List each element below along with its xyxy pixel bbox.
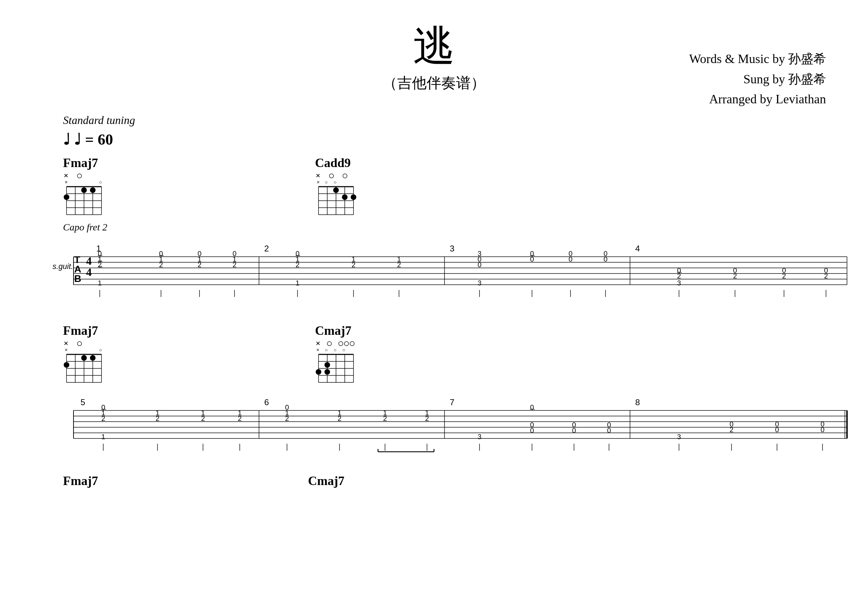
- svg-text:3: 3: [677, 279, 681, 287]
- note-symbol: ♩: [63, 130, 70, 149]
- svg-point-138: [325, 369, 330, 375]
- svg-text:2: 2: [197, 261, 201, 269]
- svg-text:2: 2: [233, 261, 236, 269]
- svg-text:4: 4: [635, 244, 640, 253]
- chord-fmaj7-2-svg: × ○: [63, 347, 105, 386]
- svg-text:2: 2: [285, 415, 289, 422]
- svg-text:○: ○: [325, 347, 328, 353]
- svg-point-13: [81, 187, 87, 193]
- chord-row3-label2: Cmaj7: [308, 473, 344, 488]
- svg-text:○: ○: [99, 347, 102, 353]
- svg-point-136: [325, 362, 330, 368]
- svg-text:2: 2: [238, 415, 242, 422]
- svg-text:3: 3: [478, 279, 481, 287]
- svg-text:3: 3: [478, 433, 481, 441]
- row1-container: Fmaj7 × ○ × ○: [28, 155, 840, 306]
- svg-text:2: 2: [425, 415, 429, 422]
- tab-staff-row1: s.guit. T A B 4 4 1 2 3 4: [49, 236, 854, 306]
- svg-text:1: 1: [98, 279, 101, 287]
- chord-fmaj7-1-symbols: × ○: [64, 171, 105, 180]
- svg-text:×: ×: [316, 347, 319, 353]
- chord-fmaj7-1-name: Fmaj7: [63, 155, 105, 170]
- svg-text:0: 0: [530, 404, 534, 411]
- svg-text:2: 2: [264, 244, 269, 253]
- svg-text:○: ○: [334, 180, 336, 185]
- chord-cadd9-symbols: × ○ ○: [316, 171, 357, 180]
- svg-point-121: [90, 355, 96, 361]
- credits-line1: Words & Music by 孙盛希: [689, 49, 826, 69]
- capo-text: Capo fret 2: [63, 222, 840, 233]
- svg-text:2: 2: [397, 261, 401, 269]
- svg-text:0: 0: [572, 427, 576, 434]
- tempo: ♩ ♩ = 60: [63, 130, 840, 149]
- svg-text:2: 2: [155, 415, 159, 422]
- chord-row-2: Fmaj7 × ○ × ○: [63, 323, 840, 386]
- chord-cmaj7-name: Cmaj7: [315, 323, 360, 338]
- svg-point-119: [64, 362, 69, 368]
- tempo-value: ♩ = 60: [74, 130, 113, 149]
- svg-text:2: 2: [295, 261, 299, 269]
- svg-text:2: 2: [159, 261, 163, 269]
- chord-row3-label1: Fmaj7: [63, 473, 98, 488]
- svg-text:2: 2: [729, 426, 733, 433]
- svg-text:2: 2: [383, 415, 387, 422]
- chord-cmaj7-symbols: × ○ ○○○: [316, 339, 360, 347]
- page: 逃 （吉他伴奏谱） Words & Music by 孙盛希 Sung by 孙…: [0, 0, 868, 602]
- tuning-text: Standard tuning: [63, 114, 840, 127]
- chord-cadd9-svg: × ○ ○: [315, 180, 357, 218]
- svg-text:0: 0: [607, 427, 611, 434]
- tab-staff-row2: 5 6 7 8 0 1 2 1 1 2 1 2 1 2 0 1 2 1 2 1 …: [49, 389, 854, 467]
- chord-cadd9-name: Cadd9: [315, 155, 357, 170]
- svg-text:2: 2: [677, 272, 681, 280]
- svg-point-14: [90, 187, 96, 193]
- svg-text:8: 8: [635, 398, 640, 407]
- credits-line2: Sung by 孙盛希: [689, 69, 826, 90]
- svg-text:0: 0: [530, 427, 534, 434]
- svg-text:2: 2: [98, 261, 101, 269]
- chord-cmaj7-svg: × ○ ○ ○: [315, 347, 360, 386]
- row2-container: Fmaj7 × ○ × ○: [28, 323, 840, 467]
- svg-text:2: 2: [337, 415, 341, 422]
- svg-point-137: [316, 369, 321, 375]
- svg-text:6: 6: [264, 398, 269, 407]
- svg-text:×: ×: [65, 347, 67, 353]
- svg-text:3: 3: [677, 433, 681, 441]
- svg-text:0: 0: [603, 255, 607, 263]
- svg-text:0: 0: [821, 426, 824, 433]
- svg-text:0: 0: [775, 426, 779, 433]
- svg-text:0: 0: [478, 261, 481, 269]
- chord-fmaj7-2: Fmaj7 × ○ × ○: [63, 323, 105, 386]
- svg-text:×: ×: [317, 180, 320, 185]
- svg-text:2: 2: [824, 272, 828, 280]
- svg-text:s.guit.: s.guit.: [52, 262, 73, 271]
- svg-text:○: ○: [334, 347, 336, 353]
- svg-text:×: ×: [65, 180, 67, 185]
- svg-text:B: B: [74, 273, 81, 284]
- svg-point-30: [351, 194, 356, 200]
- chord-cadd9: Cadd9 × ○ ○ × ○ ○: [315, 155, 357, 218]
- credits-line3: Arranged by Leviathan: [689, 89, 826, 110]
- svg-text:2: 2: [733, 272, 737, 280]
- svg-point-28: [333, 187, 339, 193]
- chord-fmaj7-2-symbols: × ○: [64, 339, 105, 347]
- svg-text:0: 0: [530, 255, 534, 263]
- svg-text:2: 2: [351, 261, 355, 269]
- chord-fmaj7-1-svg: × ○: [63, 180, 105, 218]
- svg-text:2: 2: [201, 415, 205, 422]
- credits: Words & Music by 孙盛希 Sung by 孙盛希 Arrange…: [689, 49, 826, 110]
- tuning-section: Standard tuning ♩ ♩ = 60: [63, 114, 840, 149]
- svg-text:7: 7: [450, 398, 454, 407]
- svg-text:1: 1: [101, 433, 105, 441]
- svg-text:○: ○: [325, 180, 328, 185]
- svg-text:○: ○: [342, 347, 345, 353]
- chord-row-3-labels: Fmaj7 Cmaj7: [63, 473, 840, 488]
- chord-cmaj7: Cmaj7 × ○ ○○○ × ○ ○ ○: [315, 323, 360, 386]
- svg-text:3: 3: [450, 244, 454, 253]
- chord-row-1: Fmaj7 × ○ × ○: [63, 155, 840, 218]
- svg-text:2: 2: [101, 415, 105, 422]
- svg-text:2: 2: [782, 272, 786, 280]
- svg-text:1: 1: [295, 279, 299, 287]
- chord-fmaj7-1: Fmaj7 × ○ × ○: [63, 155, 105, 218]
- svg-point-120: [81, 355, 87, 361]
- svg-text:5: 5: [81, 398, 85, 407]
